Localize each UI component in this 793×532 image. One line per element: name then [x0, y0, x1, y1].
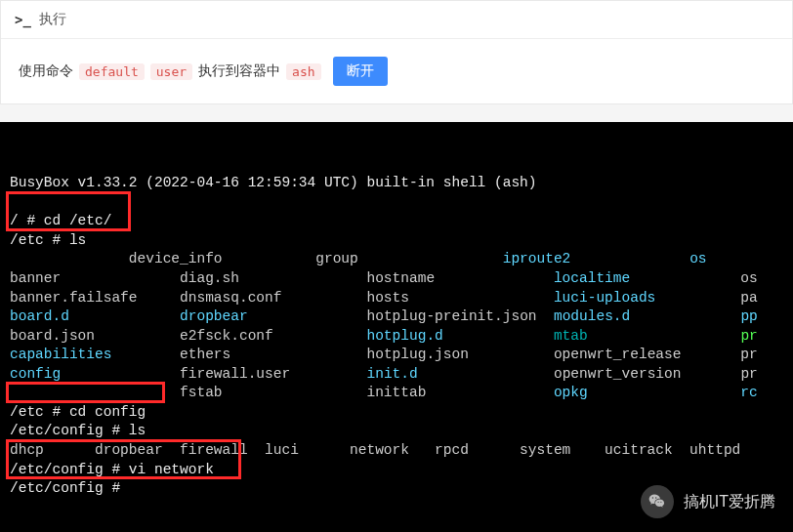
info-text-2: 执行到容器中 — [198, 62, 280, 80]
cmd-cd-etc: / # cd /etc/ — [10, 212, 783, 231]
watermark: 搞机IT爱折腾 — [641, 485, 775, 518]
terminal-banner: BusyBox v1.33.2 (2022-04-16 12:59:34 UTC… — [10, 174, 783, 193]
ls-etc-row: board.d dropbear hotplug-preinit.json mo… — [10, 307, 783, 327]
ls-etc-row: banner diag.sh hostname localtime os — [10, 269, 783, 289]
ls-etc-row: fstab inittab opkg rc — [10, 384, 783, 403]
ls-etc-row: config firewall.user init.d openwrt_vers… — [10, 365, 783, 385]
cmd-vi-network: /etc/config # vi network — [10, 461, 783, 480]
cmd-ls-config: /etc/config # ls — [10, 422, 783, 441]
chip-ash: ash — [286, 63, 320, 80]
cmd-cd-config: /etc # cd config — [10, 403, 783, 423]
ls-etc-row: capabilities ethers hotplug.json openwrt… — [10, 346, 783, 365]
chip-user: user — [150, 63, 192, 80]
chip-default: default — [79, 63, 145, 80]
wechat-icon — [641, 485, 674, 518]
ls-etc-row: device_info group iproute2 os — [10, 250, 783, 269]
ls-etc-row: banner.failsafe dnsmasq.conf hosts luci-… — [10, 289, 783, 308]
exec-panel: >_ 执行 使用命令 default user 执行到容器中 ash 断开 — [0, 0, 793, 104]
terminal-output[interactable]: BusyBox v1.33.2 (2022-04-16 12:59:34 UTC… — [0, 122, 793, 532]
info-text-1: 使用命令 — [19, 62, 73, 80]
terminal-icon: >_ — [15, 12, 31, 27]
ls-config-row: dhcp dropbear firewall luci network rpcd… — [10, 441, 783, 461]
panel-header: >_ 执行 — [1, 1, 792, 39]
cmd-ls-etc: /etc # ls — [10, 231, 783, 251]
ls-etc-row: board.json e2fsck.conf hotplug.d mtab pr — [10, 327, 783, 347]
info-bar: 使用命令 default user 执行到容器中 ash 断开 — [1, 39, 792, 103]
panel-title: 执行 — [39, 11, 66, 28]
watermark-text: 搞机IT爱折腾 — [684, 492, 775, 512]
disconnect-button[interactable]: 断开 — [333, 57, 388, 86]
